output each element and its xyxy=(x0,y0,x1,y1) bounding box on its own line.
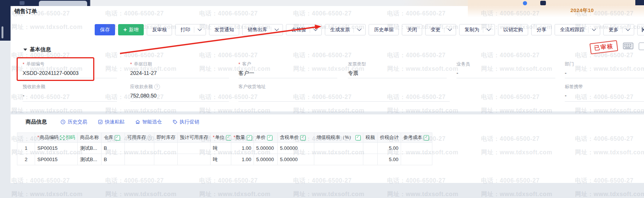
save-button[interactable]: 保存 xyxy=(95,24,115,35)
smart-warehouse-link[interactable]: 智能选仓 xyxy=(135,119,162,125)
field-salesperson[interactable]: 业务员 - xyxy=(456,61,555,78)
cell-code[interactable]: SP00015 xyxy=(35,143,78,154)
share-button[interactable]: 分享 xyxy=(531,24,552,35)
col-tax[interactable]: 税额 xyxy=(363,133,378,143)
cell-name[interactable]: 测试B... xyxy=(78,154,101,165)
unapprove-button[interactable]: 反审核 xyxy=(147,24,172,35)
cell-tax[interactable] xyxy=(363,154,378,165)
field-department[interactable]: 部门 - xyxy=(565,61,644,78)
run-promotion-link[interactable]: 执行促销 xyxy=(172,119,199,125)
browser-tab[interactable] xyxy=(39,1,87,6)
cell-name[interactable]: 测试B... xyxy=(78,143,101,154)
cell-total[interactable]: 5.00 xyxy=(378,154,401,165)
scan-button[interactable]: 扫码 xyxy=(60,134,75,141)
col-warehouse[interactable]: 仓库 xyxy=(101,133,125,143)
cell-expected[interactable] xyxy=(178,154,211,165)
scrollbar-thumb[interactable] xyxy=(2,26,3,38)
chevron-down-icon[interactable] xyxy=(592,27,596,31)
cell-total[interactable]: 5.00 xyxy=(378,143,401,154)
cell-tax-price[interactable]: 5.00000 xyxy=(278,154,314,165)
col-price[interactable]: 单价 xyxy=(254,133,278,143)
chevron-down-icon[interactable] xyxy=(487,27,491,31)
history-trade-link[interactable]: 历史交易 xyxy=(60,119,87,125)
chevron-down-icon[interactable] xyxy=(448,27,452,31)
field-tag-carry[interactable]: 标签携带 - xyxy=(565,84,644,102)
collapse-button[interactable] xyxy=(637,24,644,35)
col-available-stock[interactable]: 可用库存 xyxy=(125,133,154,143)
batch-edit-icon[interactable] xyxy=(247,135,252,140)
profile-icon[interactable] xyxy=(523,1,527,5)
cell-unit[interactable]: 吨 xyxy=(211,143,231,154)
chevron-down-icon[interactable] xyxy=(357,27,361,31)
col-product-code[interactable]: 商品编码扫码 xyxy=(35,133,78,143)
field-order-no[interactable]: 单据编号 XSDD-20241127-00003 xyxy=(23,61,117,78)
help-icon[interactable] xyxy=(154,84,160,90)
sales-outbound-button[interactable]: 销售出库 xyxy=(242,24,283,35)
window-icon[interactable] xyxy=(20,1,25,5)
cell-available[interactable] xyxy=(125,143,154,154)
col-tax-price[interactable]: 含税单价 xyxy=(278,133,314,143)
cell-qty[interactable]: 1.00 xyxy=(231,154,254,165)
help-icon[interactable] xyxy=(148,135,152,140)
batch-edit-icon[interactable] xyxy=(267,135,272,140)
change-button[interactable]: 变更 xyxy=(425,24,456,35)
col-total[interactable]: 价税合计 xyxy=(378,133,401,143)
batch-edit-icon[interactable] xyxy=(115,135,120,140)
field-order-date[interactable]: 单据日期 2024-11-27 xyxy=(130,61,229,78)
batch-edit-icon[interactable] xyxy=(424,135,429,140)
cell-expected[interactable] xyxy=(178,143,211,154)
list-icon[interactable] xyxy=(639,43,644,50)
cell-tax[interactable] xyxy=(363,143,378,154)
cell-warehouse[interactable]: B xyxy=(101,154,125,165)
cell-ref-cost[interactable] xyxy=(401,143,432,154)
history-docs-button[interactable]: 历史单据 xyxy=(369,24,399,35)
print-button[interactable]: 打印 xyxy=(175,24,206,35)
cell-instant[interactable] xyxy=(154,143,178,154)
col-qty[interactable]: 数量 xyxy=(231,133,254,143)
col-product-name[interactable]: 商品名称 xyxy=(78,133,101,143)
chevron-down-icon[interactable] xyxy=(275,27,279,31)
col-ref-cost[interactable]: 参考成本 xyxy=(401,133,432,143)
cell-price[interactable]: 5.00000 xyxy=(254,154,278,165)
more-button[interactable]: 更多 xyxy=(603,24,634,35)
full-process-tracking-button[interactable]: 全流程跟踪 xyxy=(555,24,600,35)
field-advance-balance[interactable]: 预收款余额 - xyxy=(23,84,117,102)
field-customer[interactable]: 客户 客户一 xyxy=(238,61,337,78)
cell-qty[interactable]: 1.00 xyxy=(231,143,254,154)
cell-tax-price[interactable]: 5.00000 xyxy=(278,143,314,154)
cell-instant[interactable] xyxy=(154,154,178,165)
cell-price[interactable]: 5.00000 xyxy=(254,143,278,154)
field-invoice-type[interactable]: 发票类型 专票 xyxy=(348,61,447,78)
col-instant-stock[interactable]: 即时库存 xyxy=(154,133,178,143)
col-vat-rate[interactable]: 增值税税率（%） xyxy=(314,133,363,143)
cell-available[interactable] xyxy=(125,154,154,165)
close-button[interactable]: 关闭 xyxy=(402,24,422,35)
cell-warehouse[interactable]: B xyxy=(101,143,125,154)
basic-info-section-header[interactable]: 基本信息 xyxy=(23,46,51,53)
chevron-down-icon[interactable] xyxy=(198,27,202,31)
col-expected-stock[interactable]: 预计可用库存 xyxy=(178,133,211,143)
cell-ref-cost[interactable] xyxy=(401,154,432,165)
field-shipping-address[interactable]: 客户收货地址 xyxy=(238,84,450,102)
copy-as-button[interactable]: 复制为 xyxy=(459,24,495,35)
batch-edit-icon[interactable] xyxy=(355,135,361,140)
col-unit[interactable]: 单位 xyxy=(211,133,231,143)
quick-paste-link[interactable]: 快速粘贴 xyxy=(98,119,124,125)
batch-edit-icon[interactable] xyxy=(300,135,306,140)
chevron-down-icon[interactable] xyxy=(626,27,630,31)
cell-code[interactable]: SP00015 xyxy=(35,154,78,165)
to-inspection-button[interactable]: 去检验 xyxy=(286,24,322,35)
chevron-down-icon[interactable] xyxy=(314,27,318,31)
extension-icon[interactable] xyxy=(540,1,546,5)
cell-unit[interactable]: 吨 xyxy=(211,154,231,165)
generate-invoice-button[interactable]: 生成发票 xyxy=(325,24,366,35)
field-receivable-balance[interactable]: 应收款余额 752,080.50 xyxy=(130,84,229,102)
purchase-by-sales-button[interactable]: 以销定购 xyxy=(498,24,528,35)
cell-vat-rate[interactable] xyxy=(314,143,363,154)
cell-vat-rate[interactable] xyxy=(314,154,363,165)
batch-edit-icon[interactable] xyxy=(226,135,231,140)
keyboard-icon[interactable] xyxy=(623,42,633,51)
collapse-triangle-icon[interactable] xyxy=(23,49,27,51)
add-button[interactable]: 新增 xyxy=(118,24,144,35)
delivery-notice-button[interactable]: 发货通知 xyxy=(209,24,239,35)
